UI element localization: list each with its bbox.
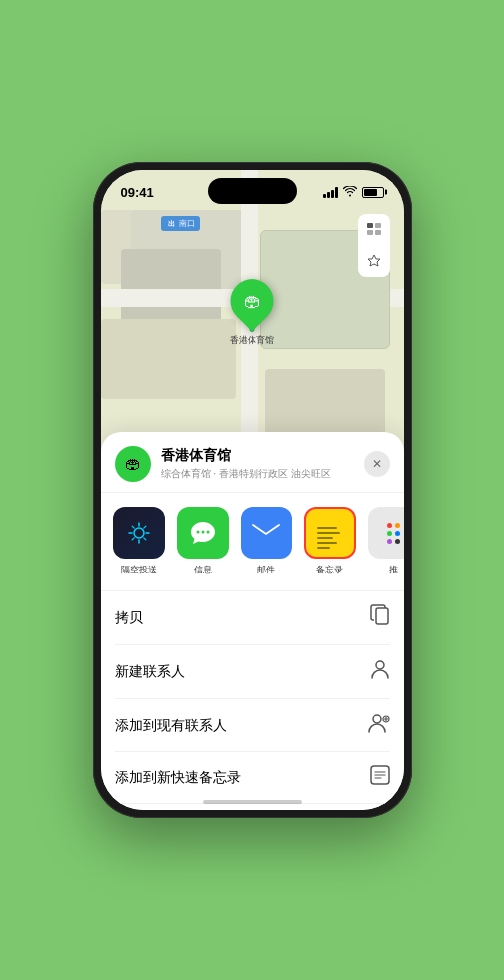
wifi-icon: [343, 186, 357, 199]
action-new-contact[interactable]: 新建联系人: [115, 645, 390, 699]
venue-desc: 综合体育馆 · 香港特别行政区 油尖旺区: [161, 467, 354, 481]
home-indicator: [203, 800, 302, 804]
action-add-existing-label: 添加到现有联系人: [115, 717, 227, 735]
messages-label: 信息: [194, 564, 212, 576]
signal-icon: [323, 187, 338, 198]
pin-label: 香港体育馆: [230, 334, 274, 347]
note-icon: [370, 765, 390, 790]
venue-icon: 🏟: [115, 446, 151, 482]
airdrop-label: 隔空投送: [121, 564, 157, 576]
more-apps-icon: [368, 507, 404, 559]
svg-point-7: [206, 531, 209, 534]
venue-info: 香港体育馆 综合体育馆 · 香港特别行政区 油尖旺区: [161, 447, 354, 481]
app-item-more[interactable]: 推: [366, 507, 404, 576]
person-add-icon: [368, 712, 390, 738]
svg-rect-0: [367, 223, 373, 228]
svg-rect-1: [375, 223, 381, 228]
app-item-messages[interactable]: 信息: [175, 507, 231, 576]
action-list: 拷贝 新建联系人: [101, 591, 404, 810]
airdrop-icon: [113, 507, 165, 559]
svg-rect-9: [376, 608, 388, 624]
mail-icon: [241, 507, 292, 559]
person-icon: [370, 658, 390, 685]
mail-label: 邮件: [257, 564, 275, 576]
svg-point-4: [134, 528, 144, 538]
action-add-existing[interactable]: 添加到现有联系人: [115, 699, 390, 752]
status-time: 09:41: [121, 185, 154, 200]
svg-point-6: [201, 531, 204, 534]
app-item-mail[interactable]: 邮件: [239, 507, 294, 576]
messages-icon: [177, 507, 229, 559]
notes-icon: [304, 507, 356, 559]
svg-rect-2: [367, 230, 373, 235]
action-quick-note[interactable]: 添加到新快速备忘录: [115, 752, 390, 804]
action-copy-label: 拷贝: [115, 609, 143, 627]
map-controls: [358, 214, 390, 277]
copy-icon: [370, 604, 390, 631]
venue-name: 香港体育馆: [161, 447, 354, 465]
close-button[interactable]: ✕: [364, 451, 390, 477]
action-quick-note-label: 添加到新快速备忘录: [115, 769, 241, 787]
map-view-button[interactable]: [358, 214, 390, 245]
svg-point-5: [196, 531, 199, 534]
svg-point-11: [373, 715, 381, 723]
bottom-sheet: 🏟 香港体育馆 综合体育馆 · 香港特别行政区 油尖旺区 ✕: [101, 432, 404, 810]
map-label: 出 南口: [161, 216, 200, 231]
venue-pin: 🏟 香港体育馆: [230, 279, 274, 347]
action-new-contact-label: 新建联系人: [115, 663, 185, 681]
status-icons: [323, 186, 384, 199]
action-print[interactable]: 打印: [115, 804, 390, 810]
battery-icon: [362, 187, 384, 198]
phone-screen: 09:41: [101, 170, 404, 810]
location-button[interactable]: [358, 245, 390, 277]
phone-frame: 09:41: [93, 162, 412, 818]
sheet-header: 🏟 香港体育馆 综合体育馆 · 香港特别行政区 油尖旺区 ✕: [101, 432, 404, 493]
notes-label: 备忘录: [316, 564, 343, 576]
dynamic-island: [208, 178, 297, 204]
app-item-notes[interactable]: 备忘录: [302, 507, 358, 576]
svg-rect-3: [375, 230, 381, 235]
svg-point-10: [376, 661, 384, 669]
app-item-airdrop[interactable]: 隔空投送: [111, 507, 167, 576]
action-copy[interactable]: 拷贝: [115, 591, 390, 645]
more-label: 推: [389, 564, 398, 576]
apps-row: 隔空投送 信息: [101, 493, 404, 591]
